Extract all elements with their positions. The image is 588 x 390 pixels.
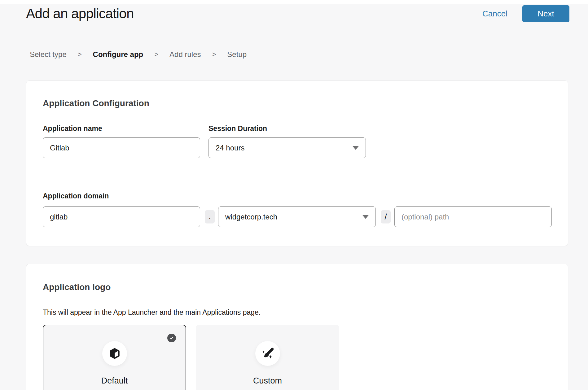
breadcrumb-separator: > <box>212 50 216 58</box>
application-logo-card: Application logo This will appear in the… <box>26 264 568 390</box>
breadcrumb: Select type > Configure app > Add rules … <box>30 50 588 59</box>
logo-description: This will appear in the App Launcher and… <box>43 308 552 317</box>
breadcrumb-item-select-type[interactable]: Select type <box>30 50 67 59</box>
subdomain-input[interactable] <box>43 206 200 227</box>
session-duration-value: 24 hours <box>216 144 244 152</box>
header-actions: Cancel Next <box>482 5 569 22</box>
page-title: Add an application <box>26 6 134 21</box>
cube-icon <box>108 347 121 360</box>
dot-separator: . <box>205 210 215 223</box>
custom-logo-circle <box>255 341 280 366</box>
logo-heading: Application logo <box>43 282 552 292</box>
top-strip <box>0 0 588 4</box>
logo-option-label: Custom <box>253 376 282 386</box>
paintbrush-icon <box>261 347 274 360</box>
session-duration-select[interactable]: 24 hours <box>208 137 366 158</box>
default-logo-circle <box>102 341 127 366</box>
name-duration-row: Application name Session Duration 24 hou… <box>43 124 552 158</box>
cancel-button[interactable]: Cancel <box>482 9 507 19</box>
application-domain-row: . widgetcorp.tech / <box>43 206 552 227</box>
breadcrumb-item-configure-app[interactable]: Configure app <box>93 50 143 59</box>
breadcrumb-item-add-rules[interactable]: Add rules <box>169 50 201 59</box>
chevron-down-icon <box>353 146 359 150</box>
breadcrumb-item-setup[interactable]: Setup <box>227 50 247 59</box>
slash-separator: / <box>381 210 391 223</box>
breadcrumb-separator: > <box>78 50 82 58</box>
application-name-input[interactable] <box>43 137 200 158</box>
check-badge <box>167 334 176 342</box>
page-header: Add an application Cancel Next <box>0 4 588 23</box>
application-name-label: Application name <box>43 124 200 133</box>
session-duration-label: Session Duration <box>208 124 366 133</box>
session-duration-field-group: Session Duration 24 hours <box>208 124 366 158</box>
breadcrumb-separator: > <box>154 50 158 58</box>
application-domain-label: Application domain <box>43 192 552 200</box>
path-input[interactable] <box>394 206 552 227</box>
next-button[interactable]: Next <box>522 5 569 22</box>
logo-option-default[interactable]: Default <box>43 325 186 390</box>
logo-option-label: Default <box>101 376 128 386</box>
configuration-heading: Application Configuration <box>43 98 552 109</box>
application-name-field-group: Application name <box>43 124 200 158</box>
chevron-down-icon <box>362 215 369 219</box>
logo-option-custom[interactable]: Custom <box>196 325 339 390</box>
domain-select[interactable]: widgetcorp.tech <box>218 206 376 227</box>
domain-select-value: widgetcorp.tech <box>225 213 277 221</box>
check-icon <box>169 335 174 341</box>
logo-options: Default Custom <box>43 325 552 390</box>
application-configuration-card: Application Configuration Application na… <box>26 80 568 246</box>
